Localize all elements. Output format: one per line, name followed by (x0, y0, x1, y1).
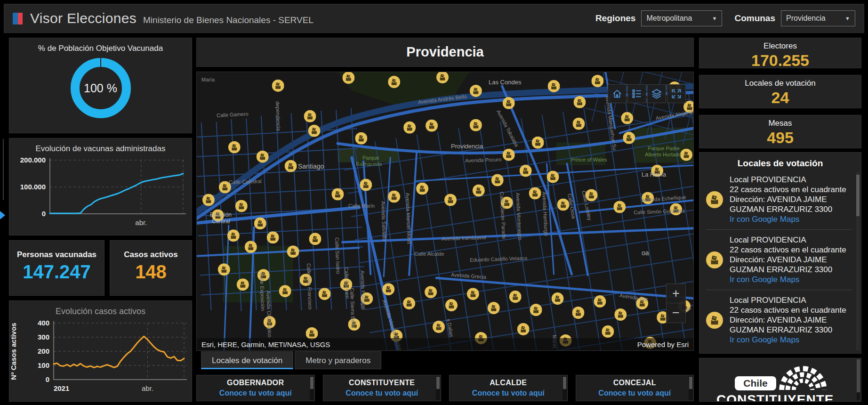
vote-info-button-gobernador[interactable]: GOBERNADOR Conoce tu voto aquí (196, 375, 315, 401)
voting-place-marker[interactable] (651, 165, 663, 177)
voting-place-marker[interactable] (591, 75, 603, 87)
voting-place-marker[interactable] (529, 187, 541, 200)
voting-place-marker[interactable] (470, 119, 482, 131)
voting-place-marker[interactable] (585, 189, 597, 202)
voting-place-marker[interactable] (319, 288, 331, 300)
tab-locales-de-votaci-n[interactable]: Locales de votación (201, 351, 293, 369)
voting-place-marker[interactable] (361, 292, 373, 305)
voting-place-marker[interactable] (470, 85, 482, 97)
vote-info-link[interactable]: Conoce tu voto aquí (576, 389, 694, 397)
voting-place-marker[interactable] (257, 151, 269, 163)
voting-place-list-item[interactable]: Local PROVIDENCIA 22 casos activos en el… (706, 290, 852, 350)
voting-place-marker[interactable] (340, 278, 352, 291)
voting-place-marker[interactable] (642, 192, 654, 204)
voting-place-marker[interactable] (279, 285, 291, 297)
voting-place-marker[interactable] (237, 278, 249, 291)
vote-button-scrollbar[interactable] (563, 376, 567, 400)
voting-place-marker[interactable] (445, 299, 458, 311)
tab-metro-y-paraderos[interactable]: Metro y paraderos (295, 351, 381, 369)
voting-place-marker[interactable] (623, 132, 635, 144)
voting-place-marker[interactable] (621, 112, 633, 124)
vote-button-scrollbar[interactable] (689, 376, 693, 400)
voting-place-marker[interactable] (670, 203, 682, 215)
voting-place-marker[interactable] (433, 321, 445, 333)
voting-place-marker[interactable] (267, 231, 279, 243)
voting-place-marker[interactable] (382, 283, 394, 295)
voting-place-marker[interactable] (548, 80, 560, 92)
regiones-dropdown[interactable]: Metropolitana ▼ (641, 10, 722, 26)
voting-place-marker[interactable] (426, 120, 438, 132)
voting-place-marker[interactable] (219, 181, 231, 194)
voting-place-marker[interactable] (614, 308, 627, 321)
powered-by-esri[interactable]: Powered by Esri (637, 340, 689, 348)
map-canvas[interactable]: SantiagoProvidenciaLas CondesLa ReinaEst… (196, 72, 694, 351)
voting-place-marker[interactable] (473, 185, 485, 197)
voting-place-marker[interactable] (444, 194, 457, 206)
list-scrollbar[interactable] (856, 172, 860, 350)
voting-place-marker[interactable] (245, 241, 257, 253)
voting-place-marker[interactable] (388, 191, 400, 203)
voting-place-marker[interactable] (602, 325, 614, 338)
voting-place-marker[interactable] (530, 304, 542, 316)
voting-place-marker[interactable] (557, 198, 570, 211)
zoom-in-button[interactable]: + (666, 284, 686, 303)
expand-left-panel-arrow-icon[interactable] (0, 211, 5, 219)
voting-place-marker[interactable] (257, 269, 270, 281)
list-scrollbar-thumb[interactable] (856, 175, 860, 216)
google-maps-link[interactable]: Ir con Google Maps (730, 214, 852, 224)
voting-place-marker[interactable] (285, 160, 297, 172)
vote-info-link[interactable]: Conoce tu voto aquí (323, 389, 441, 397)
voting-place-marker[interactable] (235, 200, 248, 212)
home-button[interactable] (608, 84, 627, 103)
voting-place-marker[interactable] (264, 316, 276, 328)
extent-button[interactable] (667, 84, 686, 103)
voting-place-marker[interactable] (491, 174, 504, 186)
voting-place-marker[interactable] (547, 171, 559, 183)
voting-place-marker[interactable] (509, 291, 522, 303)
voting-place-marker[interactable] (403, 122, 416, 134)
vote-info-link[interactable]: Conoce tu voto aquí (450, 389, 567, 397)
voting-place-marker[interactable] (425, 286, 437, 298)
voting-place-marker[interactable] (360, 179, 372, 191)
voting-place-marker[interactable] (227, 229, 240, 242)
voting-place-marker[interactable] (272, 80, 284, 92)
comunas-dropdown[interactable]: Providencia ▼ (781, 10, 855, 26)
voting-place-marker[interactable] (573, 96, 586, 108)
google-maps-link[interactable]: Ir con Google Maps (730, 335, 852, 345)
voting-place-marker[interactable] (520, 165, 532, 177)
voting-place-marker[interactable] (532, 137, 544, 149)
voting-place-marker[interactable] (488, 302, 500, 314)
voting-place-marker[interactable] (331, 188, 344, 201)
vote-info-link[interactable]: Conoce tu voto aquí (197, 389, 314, 397)
voting-place-marker[interactable] (680, 149, 692, 161)
vote-info-button-concejal[interactable]: CONCEJAL Conoce tu voto aquí (576, 375, 694, 401)
voting-place-marker[interactable] (287, 245, 299, 258)
voting-place-marker[interactable] (572, 118, 585, 130)
voting-place-marker[interactable] (501, 196, 513, 209)
voting-place-marker[interactable] (552, 292, 564, 305)
voting-place-marker[interactable] (348, 318, 360, 331)
vote-button-scrollbar[interactable] (310, 376, 314, 400)
voting-place-marker[interactable] (572, 307, 584, 319)
legend-button[interactable] (627, 84, 646, 103)
voting-place-marker[interactable] (613, 201, 626, 213)
voting-place-list-item[interactable]: Local PROVIDENCIA 22 casos activos en el… (706, 229, 852, 290)
voting-place-list-item[interactable]: Local PROVIDENCIA 22 casos activos en el… (706, 170, 852, 229)
voting-place-marker[interactable] (304, 110, 316, 122)
voting-place-marker[interactable] (300, 274, 312, 286)
voting-place-marker[interactable] (388, 76, 400, 88)
google-maps-link[interactable]: Ir con Google Maps (730, 275, 852, 284)
voting-place-marker[interactable] (503, 149, 515, 161)
layers-button[interactable] (647, 84, 666, 103)
voting-place-marker[interactable] (517, 323, 530, 335)
voting-place-marker[interactable] (228, 141, 241, 154)
voting-place-marker[interactable] (309, 233, 321, 245)
vote-info-button-alcalde[interactable]: ALCALDE Conoce tu voto aquí (449, 375, 568, 401)
voting-place-marker[interactable] (308, 125, 321, 137)
logo-scrollbar[interactable] (857, 359, 860, 400)
voting-place-marker[interactable] (636, 297, 648, 309)
voting-place-marker[interactable] (355, 132, 367, 145)
vote-button-scrollbar[interactable] (436, 376, 440, 400)
voting-place-marker[interactable] (467, 288, 479, 300)
vote-info-button-constituyente[interactable]: CONSTITUYENTE Conoce tu voto aquí (323, 375, 442, 401)
